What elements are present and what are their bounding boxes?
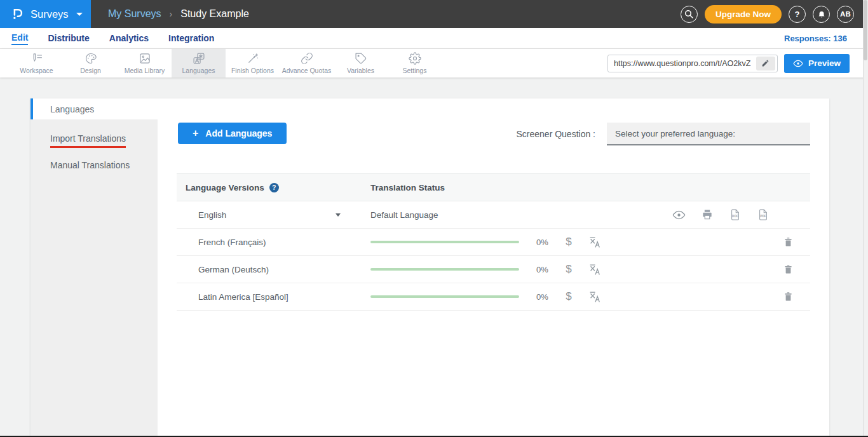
scrollbar-thumb[interactable] <box>864 0 867 60</box>
latin-america-status-cell: 0% $ <box>348 290 810 304</box>
translation-progress-bar <box>370 268 519 271</box>
delete-language-button[interactable] <box>783 291 794 302</box>
auto-translate-button[interactable] <box>588 290 602 304</box>
product-menu-label: Surveys <box>31 8 69 20</box>
latin-america-language-name-cell: Latin America [Español] <box>177 292 348 302</box>
translate-icon <box>588 290 602 304</box>
screener-question-label: Screener Question : <box>516 129 595 139</box>
delete-language-button[interactable] <box>783 264 794 275</box>
tool-workspace-label: Workspace <box>20 67 53 74</box>
sidebar-item-languages[interactable]: Languages <box>31 98 158 119</box>
tool-variables[interactable]: Variables <box>334 49 388 77</box>
palette-icon <box>85 52 97 65</box>
workspace-icon <box>31 52 43 65</box>
eye-icon <box>672 208 686 222</box>
questionpro-logo-icon <box>10 7 25 22</box>
column-translation-status: Translation Status <box>370 183 445 192</box>
column-language-versions: Language Versions ? <box>186 183 370 192</box>
languages-content: + Add Languages Screener Question : Sele… <box>158 98 829 437</box>
tab-analytics[interactable]: Analytics <box>109 32 149 44</box>
svg-text:PDF: PDF <box>760 215 766 218</box>
breadcrumb-my-surveys[interactable]: My Surveys <box>108 8 161 20</box>
chevron-down-icon <box>336 213 341 217</box>
tool-design[interactable]: Design <box>64 49 118 77</box>
top-bar: Surveys My Surveys › Study Example Upgra… <box>0 0 868 28</box>
chevron-down-icon <box>76 13 83 16</box>
language-versions-help-icon[interactable]: ? <box>269 183 279 192</box>
sidebar-item-manual-translations[interactable]: Manual Translations <box>31 154 158 176</box>
language-name: German (Deutsch) <box>198 265 269 274</box>
export-pdf-button[interactable]: PDF <box>757 208 770 221</box>
trash-icon <box>783 264 794 275</box>
translation-progress-bar <box>370 241 519 243</box>
paid-translation-button[interactable]: $ <box>562 236 576 248</box>
translate-icon <box>588 263 602 276</box>
notifications-button[interactable] <box>813 6 830 23</box>
survey-nav: Edit Distribute Analytics Integration Re… <box>0 28 868 49</box>
language-name: Latin America [Español] <box>198 292 288 302</box>
search-button[interactable] <box>681 6 698 23</box>
avatar[interactable]: AB <box>837 6 854 23</box>
help-button[interactable]: ? <box>789 6 806 23</box>
plus-icon: + <box>193 128 198 139</box>
add-languages-button[interactable]: + Add Languages <box>178 123 287 144</box>
languages-card: Languages Import Translations Manual Tra… <box>31 98 829 437</box>
tab-edit[interactable]: Edit <box>11 32 28 45</box>
tool-variables-label: Variables <box>347 67 374 74</box>
language-versions-table: Language Versions ? Translation Status E… <box>177 173 810 311</box>
survey-url-input[interactable] <box>608 59 756 68</box>
tool-languages[interactable]: Languages <box>172 49 226 77</box>
trash-icon <box>783 291 794 302</box>
german-status-cell: 0% $ <box>348 263 810 276</box>
preview-button[interactable]: Preview <box>784 54 850 73</box>
sidebar-item-manual-translations-label: Manual Translations <box>50 160 130 170</box>
product-menu[interactable]: Surveys <box>0 0 91 28</box>
default-language-status-cell: Default Language <box>348 208 810 222</box>
tool-settings-label: Settings <box>403 67 427 74</box>
tool-media-library[interactable]: Media Library <box>118 49 172 77</box>
tool-advance-quotas-label: Advance Quotas <box>282 67 332 74</box>
pencil-icon <box>761 59 770 67</box>
tab-integration[interactable]: Integration <box>168 32 214 44</box>
progress-percent: 0% <box>536 265 550 274</box>
upgrade-now-button[interactable]: Upgrade Now <box>705 5 782 24</box>
default-language-actions: DOC PDF <box>672 208 770 222</box>
table-header-row: Language Versions ? Translation Status <box>177 173 810 201</box>
magic-wand-icon <box>247 52 259 65</box>
default-language-name: English <box>198 210 226 220</box>
printer-icon <box>701 208 714 221</box>
tab-distribute[interactable]: Distribute <box>48 32 89 44</box>
sidebar-item-languages-label: Languages <box>50 104 94 114</box>
tag-icon <box>355 52 367 65</box>
bell-icon <box>817 10 826 18</box>
auto-translate-button[interactable] <box>588 263 602 276</box>
default-language-select[interactable]: English <box>177 210 348 220</box>
edit-toolbar: Workspace Design Media Library L <box>0 49 868 77</box>
language-name: French (Français) <box>198 238 266 247</box>
header-actions: Upgrade Now ? AB <box>681 0 868 28</box>
tool-workspace[interactable]: Workspace <box>10 49 64 77</box>
auto-translate-button[interactable] <box>588 236 602 249</box>
paid-translation-button[interactable]: $ <box>562 263 576 276</box>
sidebar-item-import-translations[interactable]: Import Translations <box>31 127 158 154</box>
print-survey-button[interactable] <box>701 208 714 221</box>
screener-question-group: Screener Question : Select your preferre… <box>516 123 810 145</box>
screener-question-select[interactable]: Select your preferred language: <box>607 123 810 145</box>
edit-url-button[interactable] <box>756 57 775 71</box>
delete-language-button[interactable] <box>783 236 794 248</box>
tool-advance-quotas[interactable]: Advance Quotas <box>280 49 334 77</box>
tool-settings[interactable]: Settings <box>388 49 442 77</box>
toolbar-right: Preview <box>607 49 868 77</box>
breadcrumb: My Surveys › Study Example <box>91 0 681 28</box>
responses-count[interactable]: Responses: 136 <box>784 34 847 43</box>
translate-icon <box>193 52 205 65</box>
view-survey-button[interactable] <box>672 208 686 222</box>
progress-percent: 0% <box>536 292 550 302</box>
tool-finish-options[interactable]: Finish Options <box>226 49 280 77</box>
paid-translation-button[interactable]: $ <box>562 290 576 303</box>
tool-design-label: Design <box>80 67 101 74</box>
export-doc-button[interactable]: DOC <box>729 208 742 221</box>
page-scrollbar[interactable] <box>863 0 868 437</box>
image-icon <box>139 52 151 65</box>
survey-url-box <box>607 55 778 72</box>
